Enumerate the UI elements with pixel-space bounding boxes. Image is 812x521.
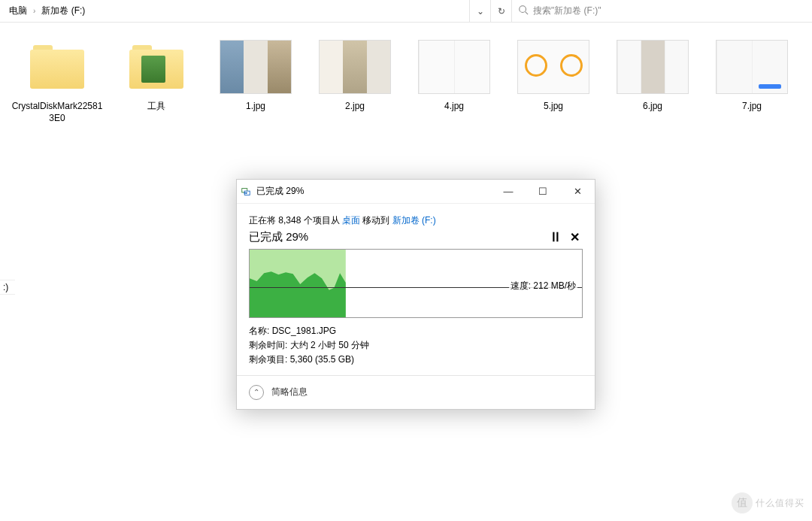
maximize-button[interactable]: ☐ (526, 180, 560, 204)
folder-icon (30, 45, 84, 89)
minimize-button[interactable]: — (491, 180, 526, 204)
image-thumbnail (716, 40, 788, 94)
watermark: 值 什么值得买 (732, 492, 804, 513)
cancel-button[interactable]: ✕ (566, 230, 583, 244)
pause-button[interactable]: ⅠⅠ (547, 230, 564, 244)
watermark-text: 什么值得买 (756, 497, 804, 510)
dialog-body: 正在将 8,348 个项目从 桌面 移动到 新加卷 (F:) 已完成 29% Ⅰ… (237, 204, 595, 375)
address-dropdown[interactable]: ⌄ (469, 0, 490, 22)
chevron-up-icon[interactable]: ⌃ (249, 385, 264, 400)
progress-heading: 已完成 29% (249, 230, 308, 244)
file-item[interactable]: 7.jpg (702, 38, 801, 113)
svg-line-1 (526, 12, 529, 15)
svg-point-0 (520, 6, 526, 13)
dialog-title: 已完成 29% (255, 185, 491, 198)
folder-item[interactable]: CrystalDiskMark225813E0 (8, 38, 107, 124)
file-item[interactable]: 1.jpg (206, 38, 305, 113)
file-label: 2.jpg (305, 101, 404, 113)
close-button[interactable]: ✕ (560, 180, 595, 204)
sidebar-drive-hint[interactable]: :) (0, 280, 15, 295)
file-label: 6.jpg (603, 101, 702, 113)
search-placeholder: 搜索"新加卷 (F:)" (533, 5, 601, 17)
refresh-button[interactable]: ↻ (490, 0, 511, 22)
detail-name: 名称: DSC_1981.JPG (249, 324, 583, 338)
file-label: 7.jpg (702, 101, 801, 113)
breadcrumb[interactable]: 电脑 › 新加卷 (F:) (0, 0, 469, 22)
file-item[interactable]: 2.jpg (305, 38, 404, 113)
maximize-icon: ☐ (538, 186, 547, 197)
file-label: CrystalDiskMark225813E0 (8, 101, 107, 124)
chevron-right-icon[interactable]: › (30, 7, 38, 15)
detail-time: 剩余时间: 大约 2 小时 50 分钟 (249, 338, 583, 353)
refresh-icon: ↻ (498, 6, 505, 17)
minimize-icon: — (504, 186, 514, 197)
image-thumbnail (220, 40, 292, 94)
detail-items: 剩余项目: 5,360 (35.5 GB) (249, 353, 583, 367)
image-thumbnail (418, 40, 490, 94)
watermark-icon: 值 (732, 492, 753, 513)
copy-icon (237, 186, 255, 197)
dialog-footer[interactable]: ⌃ 简略信息 (237, 375, 595, 409)
file-grid: CrystalDiskMark225813E0 工具 1.jpg 2.jpg 4… (0, 23, 812, 154)
source-link[interactable]: 桌面 (342, 215, 360, 226)
search-input[interactable]: 搜索"新加卷 (F:)" (511, 0, 812, 22)
moving-description: 正在将 8,348 个项目从 桌面 移动到 新加卷 (F:) (249, 214, 583, 227)
file-item[interactable]: 6.jpg (603, 38, 702, 113)
file-label: 4.jpg (404, 101, 504, 113)
dialog-titlebar[interactable]: 已完成 29% — ☐ ✕ (237, 180, 595, 204)
file-item[interactable]: 5.jpg (504, 38, 603, 113)
chevron-down-icon: ⌄ (477, 6, 484, 17)
address-bar: 电脑 › 新加卷 (F:) ⌄ ↻ 搜索"新加卷 (F:)" (0, 0, 812, 23)
file-item[interactable]: 4.jpg (404, 38, 504, 113)
breadcrumb-item[interactable]: 电脑 (6, 5, 30, 17)
footer-toggle-label[interactable]: 简略信息 (271, 386, 308, 398)
breadcrumb-item[interactable]: 新加卷 (F:) (38, 5, 88, 17)
speed-graph: 速度: 212 MB/秒 (249, 249, 583, 318)
file-label: 1.jpg (206, 101, 305, 113)
folder-icon (129, 45, 183, 89)
folder-item[interactable]: 工具 (107, 38, 206, 113)
file-label: 工具 (107, 101, 206, 113)
dest-link[interactable]: 新加卷 (F:) (392, 215, 436, 226)
image-thumbnail (517, 40, 589, 94)
image-thumbnail (319, 40, 391, 94)
file-label: 5.jpg (504, 101, 603, 113)
image-thumbnail (617, 40, 689, 94)
copy-progress-dialog: 已完成 29% — ☐ ✕ 正在将 8,348 个项目从 桌面 移动到 新加卷 … (236, 179, 595, 410)
close-icon: ✕ (574, 186, 582, 197)
search-icon (518, 5, 529, 17)
speed-label: 速度: 212 MB/秒 (509, 280, 577, 292)
